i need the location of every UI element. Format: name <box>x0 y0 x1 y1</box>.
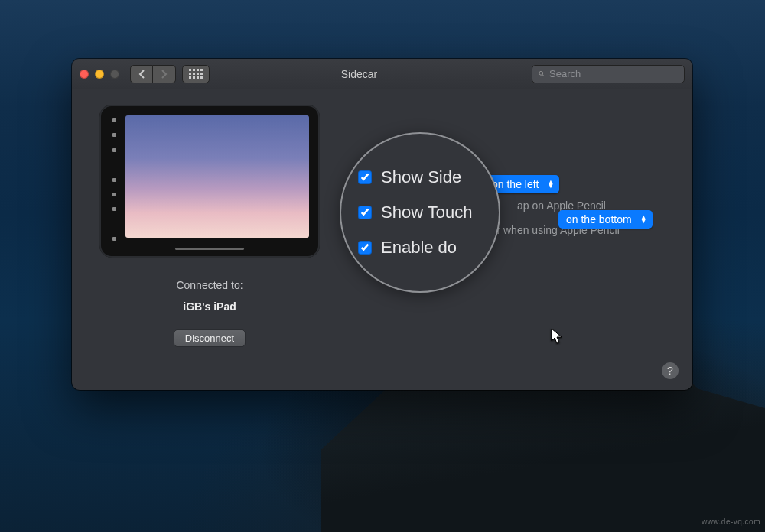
sidecar-window: Sidecar Connected to: iGB's iPad Disconn… <box>72 59 692 390</box>
close-icon[interactable] <box>80 70 89 79</box>
help-button[interactable]: ? <box>662 362 679 379</box>
minimize-icon[interactable] <box>95 70 104 79</box>
ipad-preview <box>99 105 320 258</box>
ipad-homebar <box>175 248 244 250</box>
search-field[interactable] <box>532 65 685 83</box>
select-touchbar-value: on the bottom <box>566 213 632 225</box>
select-touchbar-position[interactable]: on the bottom ▲▼ <box>558 210 653 229</box>
label-enable-doubletap-mag: Enable do <box>381 238 457 258</box>
forward-button <box>153 65 176 83</box>
titlebar: Sidecar <box>72 59 692 89</box>
left-panel: Connected to: iGB's iPad Disconnect <box>72 89 347 390</box>
device-name: iGB's iPad <box>183 300 236 313</box>
connected-to-label: Connected to: <box>176 279 243 291</box>
select-sidebar-value: on the left <box>492 178 539 190</box>
magnifier-lens: Show Side Show Touch Enable do <box>340 132 500 293</box>
show-all-button[interactable] <box>182 65 210 83</box>
chevron-right-icon <box>161 70 168 79</box>
watermark: www.de-vq.com <box>702 517 760 526</box>
window-title: Sidecar <box>216 68 526 80</box>
window-controls <box>80 70 119 79</box>
select-arrows-icon: ▲▼ <box>545 180 557 188</box>
search-icon <box>539 69 545 79</box>
back-button[interactable] <box>130 65 153 83</box>
label-show-sidebar-mag: Show Side <box>381 167 461 187</box>
mag-row-sidebar: Show Side <box>358 167 499 187</box>
label-show-touch-mag: Show Touch <box>381 203 472 222</box>
checkbox-show-sidebar-mag[interactable] <box>358 170 372 184</box>
cursor-icon <box>551 328 563 345</box>
search-input[interactable] <box>549 68 678 79</box>
mag-row-enable: Enable do <box>358 238 499 258</box>
checkbox-enable-doubletap-mag[interactable] <box>358 241 372 255</box>
select-arrows-icon: ▲▼ <box>638 216 649 223</box>
nav-buttons <box>130 65 176 83</box>
disconnect-button[interactable]: Disconnect <box>174 329 246 347</box>
window-body: Connected to: iGB's iPad Disconnect Show… <box>72 89 692 390</box>
grid-icon <box>189 69 203 79</box>
checkbox-show-touch-mag[interactable] <box>358 206 372 219</box>
ipad-screen <box>125 115 309 238</box>
zoom-icon <box>110 70 119 79</box>
ipad-sidebar-dots <box>110 118 118 241</box>
mag-row-touch: Show Touch <box>358 203 499 222</box>
chevron-left-icon <box>138 70 145 79</box>
